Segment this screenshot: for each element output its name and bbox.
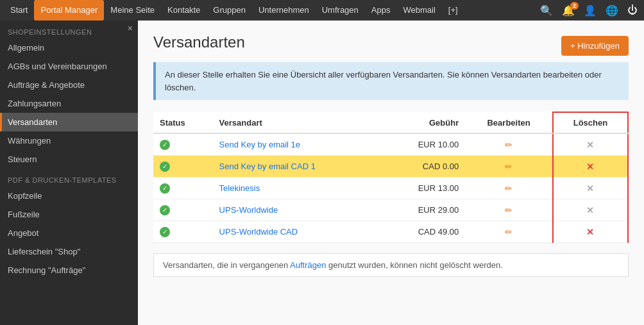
nav-unternehmen[interactable]: Unternehmen <box>252 0 316 21</box>
table-row: TelekinesisEUR 13.00✏✕ <box>153 178 628 199</box>
edit-cell: ✏ <box>465 133 553 156</box>
nav-start[interactable]: Start <box>4 0 34 21</box>
edit-cell: ✏ <box>465 199 553 221</box>
sidebar-item-angebot[interactable]: Angebot <box>0 224 138 242</box>
notification-badge: 2 <box>570 2 579 10</box>
info-box: An dieser Stelle erhalten Sie eine Übers… <box>153 62 629 100</box>
gebuehr-cell: EUR 13.00 <box>382 178 466 199</box>
sidebar-item-agbs[interactable]: AGBs und Vereinbarungen <box>0 57 138 76</box>
versandart-name: Send Key by email CAD 1 <box>213 156 382 178</box>
status-icon <box>160 140 170 150</box>
sidebar-close[interactable]: × <box>128 23 133 33</box>
user-icon[interactable]: 👤 <box>581 4 599 17</box>
nav-webmail[interactable]: Webmail <box>396 0 441 21</box>
table-row: UPS-WorldwideEUR 29.00✏✕ <box>153 199 628 221</box>
title-row: Versandarten + Hinzufügen <box>153 33 629 62</box>
status-icon <box>160 205 170 215</box>
sidebar-item-fusszeile[interactable]: Fußzeile <box>0 205 138 224</box>
delete-cell: ✕ <box>553 133 628 156</box>
nav-kontakte[interactable]: Kontakte <box>161 0 207 21</box>
versandart-name: Telekinesis <box>213 178 382 199</box>
edit-icon[interactable]: ✏ <box>505 140 513 150</box>
gebuehr-cell: EUR 29.00 <box>382 199 466 221</box>
nav-meine-seite[interactable]: Meine Seite <box>104 0 161 21</box>
col-bearbeiten: Bearbeiten <box>465 112 553 133</box>
gebuehr-cell: CAD 49.00 <box>382 221 466 243</box>
col-loschen: Löschen <box>553 112 628 133</box>
sidebar-section-shop: Shopeinstellungen <box>0 21 138 38</box>
edit-icon[interactable]: ✏ <box>505 183 513 194</box>
topnav: Start Portal Manager Meine Seite Kontakt… <box>0 0 644 21</box>
versandart-name: Send Key by email 1e <box>213 133 382 156</box>
delete-cell: ✕ <box>553 156 628 178</box>
versandart-name: UPS-Worldwide <box>213 199 382 221</box>
status-icon <box>160 162 170 172</box>
col-gebuehr: Gebühr <box>382 112 466 133</box>
versandart-link[interactable]: Send Key by email CAD 1 <box>219 162 316 171</box>
nav-apps[interactable]: Apps <box>365 0 397 21</box>
delete-icon-red[interactable]: ✕ <box>586 162 594 172</box>
versandart-link[interactable]: UPS-Worldwide <box>219 205 278 215</box>
nav-umfragen[interactable]: Umfragen <box>316 0 365 21</box>
table-row: UPS-Worldwide CADCAD 49.00✏✕ <box>153 221 628 243</box>
page-title: Versandarten <box>153 33 629 51</box>
versandarten-table: Status Versandart Gebühr Bearbeiten Lösc… <box>153 112 629 243</box>
footer-text-before: Versandarten, die in vergangenen <box>163 260 290 270</box>
status-cell <box>153 221 213 243</box>
edit-icon[interactable]: ✏ <box>505 205 513 215</box>
footer-text-after: genutzt wurden, können nicht gelöscht we… <box>326 260 502 270</box>
sidebar: × Shopeinstellungen Allgemein AGBs und V… <box>0 21 138 325</box>
status-icon <box>160 227 170 237</box>
globe-icon[interactable]: 🌐 <box>603 4 621 17</box>
sidebar-item-allgemein[interactable]: Allgemein <box>0 38 138 57</box>
versandart-name: UPS-Worldwide CAD <box>213 221 382 243</box>
status-cell <box>153 178 213 199</box>
delete-cell: ✕ <box>553 178 628 199</box>
layout: × Shopeinstellungen Allgemein AGBs und V… <box>0 21 644 325</box>
gebuehr-cell: EUR 10.00 <box>382 133 466 156</box>
add-button[interactable]: + Hinzufügen <box>561 36 629 56</box>
sidebar-item-steuern[interactable]: Steuern <box>0 150 138 169</box>
sidebar-item-rechnung[interactable]: Rechnung "Aufträge" <box>0 261 138 279</box>
nav-plus[interactable]: [+] <box>442 0 464 21</box>
delete-icon[interactable]: ✕ <box>586 140 594 150</box>
sidebar-item-auftraege[interactable]: Aufträge & Angebote <box>0 76 138 94</box>
search-icon[interactable]: 🔍 <box>538 4 555 17</box>
edit-cell: ✏ <box>465 156 553 178</box>
delete-icon[interactable]: ✕ <box>586 183 594 194</box>
sidebar-item-kopfzeile[interactable]: Kopfzeile <box>0 187 138 205</box>
status-icon <box>160 183 170 194</box>
footer-link[interactable]: Aufträgen <box>290 260 326 270</box>
versandart-link[interactable]: Telekinesis <box>219 183 260 193</box>
edit-cell: ✏ <box>465 221 553 243</box>
versandart-link[interactable]: Send Key by email 1e <box>219 140 300 149</box>
edit-icon[interactable]: ✏ <box>505 227 513 237</box>
edit-cell: ✏ <box>465 178 553 199</box>
status-cell <box>153 156 213 178</box>
main-content: Versandarten + Hinzufügen An dieser Stel… <box>138 21 644 325</box>
versandart-link[interactable]: UPS-Worldwide CAD <box>219 227 298 237</box>
sidebar-item-zahlungsarten[interactable]: Zahlungsarten <box>0 94 138 113</box>
sidebar-item-lieferschein[interactable]: Lieferschein "Shop" <box>0 242 138 261</box>
edit-icon[interactable]: ✏ <box>505 162 513 172</box>
table-row: Send Key by email 1eEUR 10.00✏✕ <box>153 133 628 156</box>
table-header-row: Status Versandart Gebühr Bearbeiten Lösc… <box>153 112 628 133</box>
sidebar-item-versandarten[interactable]: Versandarten <box>0 113 138 131</box>
status-cell <box>153 199 213 221</box>
status-cell <box>153 133 213 156</box>
delete-icon[interactable]: ✕ <box>586 205 594 215</box>
delete-icon-red[interactable]: ✕ <box>586 227 594 237</box>
table-body: Send Key by email 1eEUR 10.00✏✕Send Key … <box>153 133 628 243</box>
info-text: An dieser Stelle erhalten Sie eine Übers… <box>165 70 602 92</box>
footer-note: Versandarten, die in vergangenen Aufträg… <box>153 253 629 277</box>
nav-portal-manager[interactable]: Portal Manager <box>34 0 104 21</box>
col-status: Status <box>153 112 213 133</box>
sidebar-item-waehrungen[interactable]: Währungen <box>0 131 138 150</box>
notification-icon[interactable]: 🔔 2 <box>559 4 577 17</box>
gebuehr-cell: CAD 0.00 <box>382 156 466 178</box>
power-icon[interactable]: ⏻ <box>625 4 640 16</box>
delete-cell: ✕ <box>553 199 628 221</box>
delete-cell: ✕ <box>553 221 628 243</box>
nav-gruppen[interactable]: Gruppen <box>207 0 252 21</box>
sidebar-section-pdf: PDF & Drucken-Templates <box>0 169 138 187</box>
